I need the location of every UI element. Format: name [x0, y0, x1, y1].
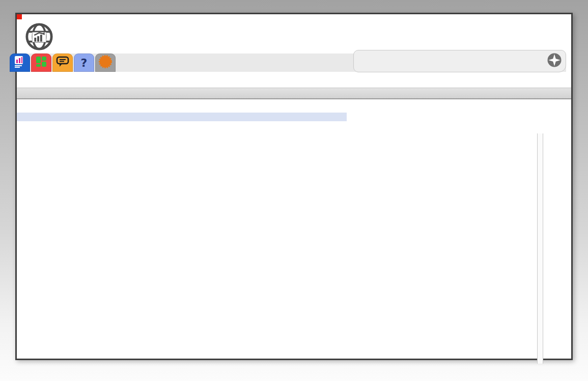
site-logo: [25, 22, 59, 53]
tse-diamond-icon: [545, 51, 564, 71]
heatmap-tool-button[interactable]: [31, 53, 51, 72]
globe-chart-logo-icon: [25, 22, 53, 53]
grid-blocks-icon: [35, 56, 47, 70]
chart-tool-button[interactable]: [10, 53, 30, 72]
highlight-annotation-box: [17, 14, 22, 19]
question-mark-icon: ?: [81, 57, 88, 69]
breadcrumb-bar: [17, 88, 571, 99]
tse-company-banner: [353, 50, 566, 72]
new-badge-icon: [98, 54, 113, 71]
messages-button[interactable]: [52, 53, 73, 72]
new-feature-button[interactable]: [95, 53, 116, 72]
toolbar-icon-tabs: ?: [17, 53, 116, 72]
browser-page-card: ?: [15, 13, 573, 360]
subtab-content-strip: [17, 113, 347, 121]
help-button[interactable]: ?: [74, 53, 94, 72]
table-scrollbar[interactable]: [537, 133, 543, 364]
speech-bubble-icon: [56, 56, 69, 70]
bar-chart-icon: [13, 55, 26, 70]
desktop-background: { "brand": {"title": "آموزش ساده بورس", …: [0, 0, 588, 381]
